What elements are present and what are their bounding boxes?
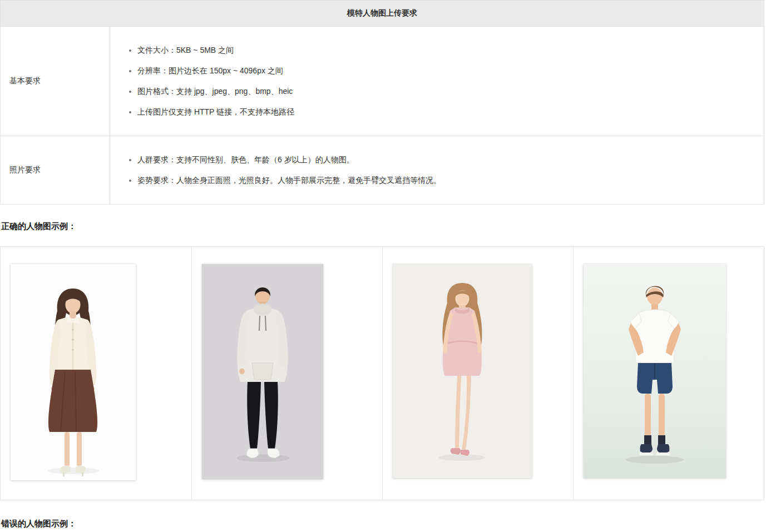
bullet-text: 上传图片仅支持 HTTP 链接，不支持本地路径	[137, 106, 294, 118]
boy-model-photo	[584, 264, 726, 478]
bullet-icon	[129, 111, 131, 113]
row-label-basic: 基本要求	[1, 27, 110, 136]
example-cell	[573, 247, 764, 500]
row-content-basic: 文件大小：5KB ~ 5MB 之间 分辨率：图片边长在 150px ~ 4096…	[110, 27, 764, 136]
example-cell	[382, 247, 573, 500]
table-row-photo-requirements: 照片要求 人群要求：支持不同性别、肤色、年龄（6 岁以上）的人物图。 姿势要求：…	[1, 136, 764, 204]
woman-model-photo	[11, 264, 136, 480]
bullet-icon	[129, 180, 131, 182]
wrong-examples-heading: 错误的人物图示例：	[1, 519, 764, 529]
girl-model-photo	[393, 264, 532, 478]
bullet-text: 文件大小：5KB ~ 5MB 之间	[137, 44, 234, 56]
list-item: 姿势要求：人物全身正面照，光照良好。人物手部展示完整，避免手臂交叉遮挡等情况。	[129, 175, 753, 186]
row-content-photo: 人群要求：支持不同性别、肤色、年龄（6 岁以上）的人物图。 姿势要求：人物全身正…	[110, 136, 764, 204]
table-row-basic-requirements: 基本要求 文件大小：5KB ~ 5MB 之间 分辨率：图片边长在 150px ~…	[1, 27, 764, 136]
bullet-text: 姿势要求：人物全身正面照，光照良好。人物手部展示完整，避免手臂交叉遮挡等情况。	[137, 175, 441, 186]
list-item: 图片格式：支持 jpg、jpeg、png、bmp、heic	[129, 86, 753, 97]
row-label-photo: 照片要求	[1, 136, 110, 204]
example-cell	[191, 247, 382, 500]
list-item: 文件大小：5KB ~ 5MB 之间	[129, 44, 753, 56]
bullet-text: 图片格式：支持 jpg、jpeg、png、bmp、heic	[137, 86, 293, 97]
basic-requirements-list: 文件大小：5KB ~ 5MB 之间 分辨率：图片边长在 150px ~ 4096…	[129, 44, 753, 118]
example-cell	[1, 247, 191, 500]
correct-examples-table	[0, 246, 764, 500]
list-item: 人群要求：支持不同性别、肤色、年龄（6 岁以上）的人物图。	[129, 154, 753, 166]
photo-requirements-list: 人群要求：支持不同性别、肤色、年龄（6 岁以上）的人物图。 姿势要求：人物全身正…	[129, 154, 753, 186]
correct-examples-heading: 正确的人物图示例：	[1, 221, 764, 232]
bullet-icon	[129, 91, 131, 93]
page-content: 模特人物图上传要求 基本要求 文件大小：5KB ~ 5MB 之间 分辨率：图片边…	[0, 0, 764, 529]
list-item: 分辨率：图片边长在 150px ~ 4096px 之间	[129, 65, 753, 77]
bullet-icon	[129, 159, 131, 161]
table-title: 模特人物图上传要求	[1, 1, 764, 27]
man-model-photo	[202, 264, 323, 479]
upload-requirements-table: 模特人物图上传要求 基本要求 文件大小：5KB ~ 5MB 之间 分辨率：图片边…	[0, 0, 764, 205]
bullet-text: 分辨率：图片边长在 150px ~ 4096px 之间	[137, 65, 283, 77]
upload-requirements-page: 模特人物图上传要求 基本要求 文件大小：5KB ~ 5MB 之间 分辨率：图片边…	[0, 0, 771, 532]
list-item: 上传图片仅支持 HTTP 链接，不支持本地路径	[129, 106, 753, 118]
bullet-text: 人群要求：支持不同性别、肤色、年龄（6 岁以上）的人物图。	[137, 154, 354, 166]
bullet-icon	[129, 70, 131, 72]
bullet-icon	[129, 49, 131, 52]
